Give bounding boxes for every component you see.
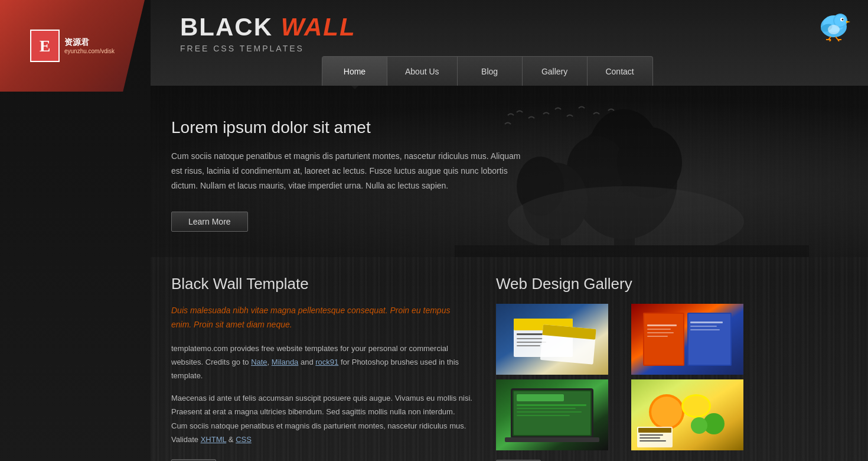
left-section-title: Black Wall Template bbox=[171, 275, 472, 293]
left-column: Black Wall Template Duis malesuada nibh … bbox=[171, 275, 472, 461]
svg-rect-70 bbox=[639, 437, 660, 439]
left-body-1: templatemo.com provides free website tem… bbox=[171, 342, 472, 383]
site-subtitle: Free CSS Templates bbox=[145, 44, 868, 53]
svg-point-6 bbox=[842, 19, 844, 21]
left-italic-lead: Duis malesuada nibh vitae magna pellente… bbox=[171, 304, 472, 332]
logo-cn-text: 资源君 bbox=[64, 37, 115, 48]
svg-rect-56 bbox=[517, 411, 582, 413]
svg-point-4 bbox=[834, 15, 846, 27]
hero-title: Lorem ipsum dolor sit amet bbox=[171, 118, 868, 137]
gallery-item-2[interactable] bbox=[631, 304, 743, 375]
svg-rect-58 bbox=[505, 437, 599, 442]
svg-rect-69 bbox=[639, 434, 663, 436]
svg-point-66 bbox=[691, 417, 707, 434]
svg-rect-30 bbox=[517, 338, 543, 339]
gallery-item-4[interactable] bbox=[631, 379, 743, 450]
gallery-item-3[interactable] bbox=[496, 379, 608, 450]
svg-rect-46 bbox=[690, 326, 717, 327]
svg-point-8 bbox=[828, 25, 840, 34]
svg-line-12 bbox=[836, 37, 838, 40]
nav-item-blog[interactable]: Blog bbox=[458, 57, 523, 86]
svg-rect-57 bbox=[517, 415, 570, 416]
nav-item-about[interactable]: About Us bbox=[387, 57, 458, 86]
site-title-wall: WALL bbox=[281, 13, 356, 41]
gallery-grid bbox=[496, 304, 762, 450]
left-body-2: Maecenas id ante ut felis accumsan susci… bbox=[171, 391, 472, 447]
svg-rect-71 bbox=[639, 440, 666, 441]
svg-rect-24 bbox=[455, 245, 809, 257]
hero-body: Cum sociis natoque penatibus et magnis d… bbox=[171, 149, 526, 194]
learn-more-button[interactable]: Learn More bbox=[171, 212, 248, 232]
nav-item-gallery[interactable]: Gallery bbox=[523, 57, 588, 86]
milanda-link[interactable]: Milanda bbox=[272, 358, 299, 366]
svg-point-64 bbox=[683, 396, 709, 416]
header-right: BLACK WALL Free CSS Templates bbox=[145, 0, 868, 86]
svg-rect-68 bbox=[638, 428, 671, 433]
svg-rect-55 bbox=[517, 408, 576, 409]
site-title: BLACK WALL bbox=[180, 13, 868, 41]
site-title-black: BLACK bbox=[180, 13, 273, 41]
logo-url: eyunzhu.com/vdisk bbox=[64, 48, 115, 54]
svg-rect-45 bbox=[690, 322, 723, 323]
svg-rect-54 bbox=[517, 404, 586, 406]
right-section-title: Web Design Gallery bbox=[496, 275, 762, 293]
twitter-bird[interactable] bbox=[818, 9, 850, 44]
svg-point-62 bbox=[651, 397, 682, 427]
nate-link[interactable]: Nate bbox=[251, 358, 267, 366]
logo-e-letter: E bbox=[30, 30, 60, 62]
css-link[interactable]: CSS bbox=[236, 435, 252, 444]
right-column: Web Design Gallery bbox=[496, 275, 762, 461]
logo-area: E 资源君 eyunzhu.com/vdisk bbox=[0, 0, 145, 92]
svg-marker-7 bbox=[846, 21, 850, 23]
svg-rect-42 bbox=[647, 329, 671, 330]
svg-rect-47 bbox=[690, 329, 720, 330]
rock91-link[interactable]: rock91 bbox=[315, 358, 338, 366]
svg-rect-41 bbox=[647, 324, 677, 326]
svg-rect-40 bbox=[688, 314, 730, 365]
xhtml-link[interactable]: XHTML bbox=[201, 435, 227, 444]
nav-bar: Home About Us Blog Gallery Contact bbox=[145, 56, 868, 86]
svg-rect-38 bbox=[644, 314, 683, 365]
nav-item-home[interactable]: Home bbox=[322, 57, 387, 86]
svg-rect-53 bbox=[517, 394, 564, 401]
gallery-item-1[interactable] bbox=[496, 304, 608, 375]
nav-container: Home About Us Blog Gallery Contact bbox=[322, 56, 653, 86]
nav-item-contact[interactable]: Contact bbox=[588, 57, 652, 86]
svg-rect-32 bbox=[517, 345, 540, 346]
svg-rect-44 bbox=[647, 336, 668, 337]
svg-rect-43 bbox=[647, 332, 674, 333]
